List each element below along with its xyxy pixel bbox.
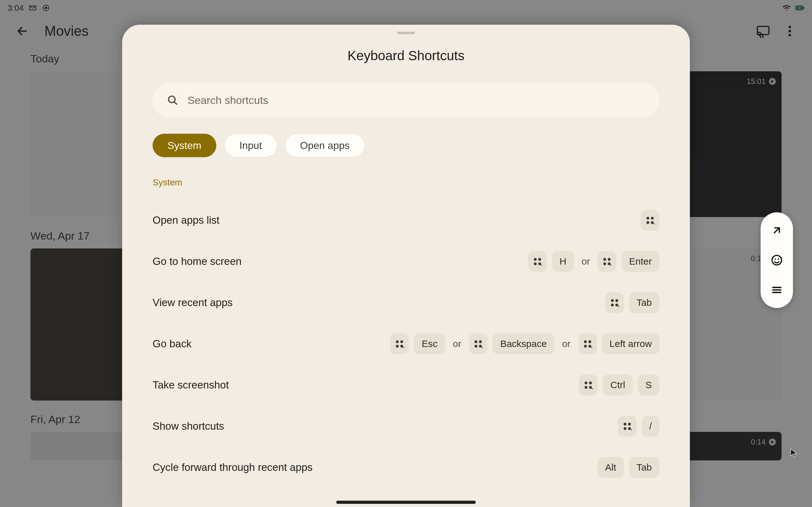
search-icon <box>166 94 179 106</box>
drag-handle[interactable] <box>397 32 415 34</box>
shortcut-row: Go backEscorBackspaceorLeft arrow <box>153 323 659 364</box>
shortcut-row: Go to home screenHorEnter <box>153 241 659 282</box>
shortcut-label: View recent apps <box>153 297 233 308</box>
svg-point-12 <box>778 259 779 260</box>
shortcut-label: Go to home screen <box>153 256 242 268</box>
key-tab: Tab <box>629 292 659 313</box>
shortcut-label: Open apps list <box>153 214 219 226</box>
keyboard-shortcuts-sheet: Keyboard Shortcuts System Input Open app… <box>122 25 690 507</box>
meta-key <box>578 333 597 354</box>
key-alt: Alt <box>598 457 624 478</box>
meta-key <box>605 292 624 313</box>
shortcut-row: Take screenshotCtrlS <box>153 364 659 406</box>
shortcut-label: Take screenshot <box>153 379 229 391</box>
mouse-cursor-icon <box>789 448 799 458</box>
shortcut-label: Go back <box>153 338 192 350</box>
expand-icon[interactable] <box>769 223 784 238</box>
or-separator: or <box>560 338 573 349</box>
key-esc: Esc <box>414 333 445 354</box>
search-field[interactable] <box>153 82 659 118</box>
meta-key <box>469 333 488 354</box>
key-backspace: Backspace <box>493 333 554 354</box>
meta-key <box>598 251 616 272</box>
key-left-arrow: Left arrow <box>602 333 659 354</box>
shortcut-keys: CtrlS <box>579 375 659 395</box>
shortcut-row: Cycle forward through recent appsAltTab <box>153 447 659 488</box>
key-h: H <box>552 251 574 272</box>
floating-ime-toolbar[interactable] <box>761 212 793 308</box>
menu-icon[interactable] <box>769 283 784 297</box>
emoji-icon[interactable] <box>769 253 784 268</box>
shortcut-keys: HorEnter <box>528 251 659 272</box>
shortcut-label: Show shortcuts <box>153 420 224 432</box>
tab-system[interactable]: System <box>153 134 216 157</box>
key-tab: Tab <box>629 457 659 478</box>
shortcut-keys: / <box>618 416 659 437</box>
key-s: S <box>638 375 659 395</box>
shortcut-label: Cycle forward through recent apps <box>153 461 312 473</box>
svg-point-11 <box>774 259 776 260</box>
or-separator: or <box>450 338 464 349</box>
meta-key <box>579 375 598 395</box>
or-separator: or <box>579 256 593 267</box>
gesture-nav-bar[interactable] <box>336 501 476 504</box>
meta-key <box>641 210 659 231</box>
section-label: System <box>153 177 659 187</box>
category-tabs: System Input Open apps <box>153 134 659 157</box>
sheet-title: Keyboard Shortcuts <box>122 48 690 63</box>
tab-input[interactable]: Input <box>224 134 277 157</box>
tab-open-apps[interactable]: Open apps <box>285 134 365 157</box>
shortcut-keys <box>641 210 659 231</box>
key-enter: Enter <box>621 251 659 272</box>
meta-key <box>390 333 409 354</box>
shortcut-list: Open apps listGo to home screenHorEnterV… <box>153 200 659 488</box>
search-input[interactable] <box>188 94 646 107</box>
shortcut-row: Show shortcuts/ <box>153 406 659 447</box>
shortcut-keys: AltTab <box>598 457 659 478</box>
shortcut-keys: EscorBackspaceorLeft arrow <box>390 333 659 354</box>
meta-key <box>528 251 547 272</box>
svg-point-10 <box>772 256 781 265</box>
shortcut-keys: Tab <box>605 292 659 313</box>
meta-key <box>618 416 637 437</box>
shortcut-row: Open apps list <box>153 200 659 241</box>
key-/: / <box>642 416 659 437</box>
shortcut-row: View recent appsTab <box>153 282 659 323</box>
key-ctrl: Ctrl <box>603 375 633 395</box>
